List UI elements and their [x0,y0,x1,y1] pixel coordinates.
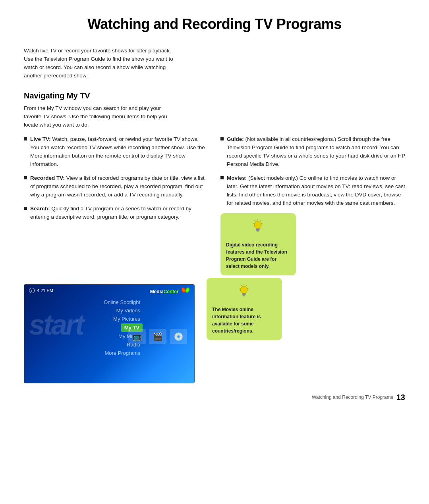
intro-paragraph: Watch live TV or record your favorite sh… [24,47,175,80]
bullet-col-right: Guide: (Not available in all countries/r… [220,135,405,275]
bottom-right: The Movies online information feature is… [207,278,405,340]
svg-rect-15 [242,294,245,296]
list-item: Guide: (Not available in all countries/r… [220,135,405,169]
bulb-icon-1 [226,219,290,237]
term: Live TV: [30,136,51,142]
mc-menu: Online Spotlight My Videos My Pictures M… [101,298,143,357]
mc-butterfly-icon [182,287,189,294]
page-footer: Watching and Recording TV Programs 13 [24,391,405,402]
svg-rect-2 [256,230,259,231]
bullet-icon [24,176,27,179]
item-text: Recorded TV: View a list of recorded pro… [30,174,209,199]
info-icon: i [29,288,35,293]
term: Movies: [227,175,247,181]
mc-icon-tv: 📺 [128,329,146,344]
note-text-2: The Movies online information feature is… [212,306,276,335]
svg-line-20 [247,288,248,289]
bullet-icon [24,207,27,210]
note-box-1: Digital video recording features and the… [220,213,296,275]
mc-start-watermark: start [29,308,83,341]
mc-icon-film: 🎬 [149,329,166,344]
item-text: Movies: (Select models only.) Go online … [227,174,405,208]
section-description: From the My TV window you can search for… [24,104,175,129]
svg-rect-16 [243,295,245,296]
svg-line-18 [246,285,247,286]
svg-line-8 [253,223,254,224]
svg-line-7 [261,223,262,224]
bullet-icon [220,137,224,140]
bullet-col-left: Live TV: Watch, pause, fast-forward, or … [24,135,209,275]
term: Search: [30,206,50,212]
bullet-icon [24,137,27,140]
svg-line-19 [241,285,242,286]
mc-icon-disk: 💿 [170,329,187,344]
list-item: Movies: (Select models only.) Go online … [220,174,405,208]
page-number: 13 [396,393,405,402]
page-title: Watching and Recording TV Programs [24,16,405,33]
left-bullet-list: Live TV: Watch, pause, fast-forward, or … [24,135,209,221]
svg-line-6 [255,220,255,221]
bottom-area: i 4:21 PM MediaCenter st [24,278,405,383]
list-item: Live TV: Watch, pause, fast-forward, or … [24,135,209,169]
svg-point-13 [240,286,247,293]
mc-topbar: i 4:21 PM MediaCenter [24,285,194,297]
mc-menu-online-spotlight[interactable]: Online Spotlight [101,298,143,306]
mc-time: i 4:21 PM [29,288,53,293]
note-box-2: The Movies online information feature is… [207,278,282,340]
section-title: Navigating My TV [24,91,405,100]
footer-label: Watching and Recording TV Programs [312,394,393,400]
item-text: Guide: (Not available in all countries/r… [227,135,405,169]
bullets-container: Live TV: Watch, pause, fast-forward, or … [24,135,405,275]
mc-logo: MediaCenter [150,287,189,294]
mc-icons: 📺 🎬 💿 [128,329,187,344]
svg-line-5 [260,220,261,221]
svg-line-21 [240,288,240,289]
mc-time-text: 4:21 PM [37,288,53,293]
bullet-icon [220,176,224,179]
svg-rect-3 [257,231,259,231]
list-item: Recorded TV: View a list of recorded pro… [24,174,209,199]
mc-menu-more-programs[interactable]: More Programs [102,349,143,357]
term: Recorded TV: [30,175,65,181]
term: Guide: [227,136,244,142]
svg-rect-1 [256,229,260,230]
svg-rect-14 [242,293,246,294]
mc-menu-my-videos[interactable]: My Videos [114,307,143,314]
item-text: Search: Quickly find a TV program or a s… [30,205,209,221]
screenshot-container: i 4:21 PM MediaCenter st [24,278,195,383]
svg-point-0 [254,221,261,229]
mc-menu-my-pictures[interactable]: My Pictures [111,315,143,323]
note-text-1: Digital video recording features and the… [226,241,290,270]
item-text: Live TV: Watch, pause, fast-forward, or … [30,135,209,169]
list-item: Search: Quickly find a TV program or a s… [24,205,209,221]
mc-logo-center: Center [164,289,179,294]
bulb-icon-2 [212,283,276,302]
media-center-screenshot: i 4:21 PM MediaCenter st [24,284,195,383]
right-bullet-list: Guide: (Not available in all countries/r… [220,135,405,207]
